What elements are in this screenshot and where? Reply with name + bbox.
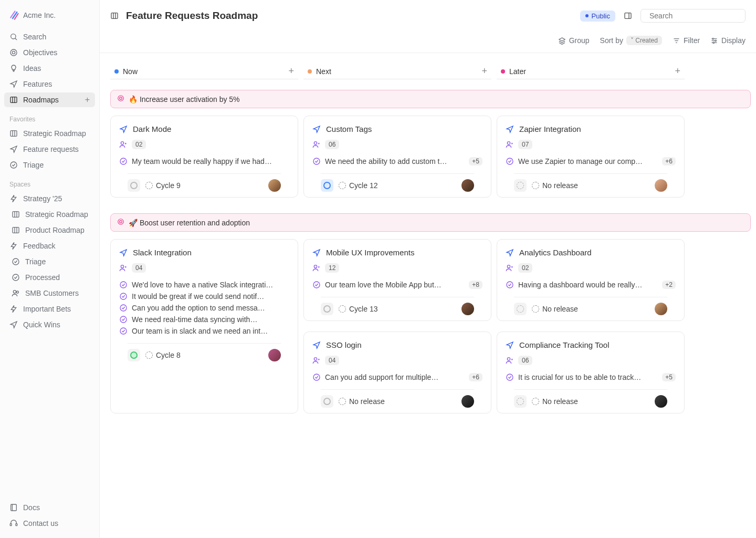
add-card-later[interactable]: + xyxy=(675,66,680,77)
space-strategy25[interactable]: Strategy '25 xyxy=(4,191,95,206)
fav-triage[interactable]: Triage xyxy=(4,158,95,172)
cycle-label[interactable]: No release xyxy=(532,397,578,406)
add-card-next[interactable]: + xyxy=(481,66,487,77)
card-sso[interactable]: SSO login 04 Can you add support for mul… xyxy=(303,332,491,413)
space-wins[interactable]: Quick Wins xyxy=(4,317,95,332)
add-card-now[interactable]: + xyxy=(288,66,294,77)
assignee-avatar[interactable] xyxy=(655,303,667,315)
fav-requests[interactable]: Feature requests xyxy=(4,142,95,157)
display-button[interactable]: Display xyxy=(710,36,746,45)
svg-point-2 xyxy=(10,49,17,56)
nav-roadmaps[interactable]: Roadmaps + xyxy=(4,92,95,107)
search-input[interactable] xyxy=(649,12,741,20)
nav-ideas[interactable]: Ideas xyxy=(4,61,95,76)
more-badge[interactable]: +5 xyxy=(662,373,676,381)
more-badge[interactable]: +6 xyxy=(469,373,482,381)
nav-ideas-label: Ideas xyxy=(23,64,41,73)
card-title: Mobile UX Improvements xyxy=(326,248,414,257)
check-icon xyxy=(119,281,128,289)
assignee-avatar[interactable] xyxy=(461,395,474,408)
space-triage[interactable]: Triage xyxy=(4,254,95,269)
feature-icon xyxy=(312,125,321,133)
svg-point-56 xyxy=(120,328,127,334)
page-title: Feature Requests Roadmap xyxy=(126,10,258,22)
cycle-label[interactable]: No release xyxy=(532,305,578,313)
status-indicator[interactable] xyxy=(128,179,140,192)
more-badge[interactable]: +2 xyxy=(662,281,676,289)
space-feedback[interactable]: Feedback xyxy=(4,239,95,253)
swimlane-retention[interactable]: 🚀 Boost user retention and adoption xyxy=(110,213,751,232)
public-badge[interactable]: Public xyxy=(580,11,615,22)
card-compliance[interactable]: Compliance Tracking Tool 06 It is crucia… xyxy=(497,332,685,413)
space-product-roadmap[interactable]: Product Roadmap xyxy=(4,223,95,237)
more-badge[interactable]: +8 xyxy=(469,281,482,289)
more-badge[interactable]: +5 xyxy=(469,157,482,165)
status-indicator[interactable] xyxy=(514,303,527,315)
check-icon xyxy=(9,161,18,169)
svg-point-50 xyxy=(120,221,122,223)
nav-search[interactable]: Search xyxy=(4,29,95,44)
status-indicator[interactable] xyxy=(514,179,527,192)
brand[interactable]: Acme Inc. xyxy=(4,6,95,29)
request-text: It is crucial for us to be able to track… xyxy=(518,373,658,381)
status-indicator[interactable] xyxy=(321,395,333,408)
space-strategic-label: Strategic Roadmap xyxy=(25,210,88,219)
nav-features[interactable]: Features xyxy=(4,77,95,91)
card-dark-mode[interactable]: Dark Mode 02 My team would be really hap… xyxy=(110,116,298,198)
svg-point-63 xyxy=(507,358,510,360)
topbar: Feature Requests Roadmap Public xyxy=(100,0,756,32)
space-processed[interactable]: Processed xyxy=(4,270,95,285)
dot-icon xyxy=(114,69,119,74)
card-analytics[interactable]: Analytics Dashboard 02 Having a dashboar… xyxy=(497,239,685,321)
count-badge: 04 xyxy=(325,356,339,365)
nav-objectives[interactable]: Objectives xyxy=(4,45,95,60)
panel-toggle-button[interactable] xyxy=(621,8,635,23)
status-indicator[interactable] xyxy=(321,303,333,315)
cycle-label[interactable]: Cycle 8 xyxy=(145,351,181,359)
filter-icon xyxy=(673,37,680,45)
nav-contact[interactable]: Contact us xyxy=(4,516,95,531)
swimlane-activation[interactable]: 🔥 Increase user activation by 5% xyxy=(110,90,751,108)
status-indicator[interactable] xyxy=(514,395,527,408)
nav-roadmaps-label: Roadmaps xyxy=(23,96,59,104)
request-text: We'd love to have a native Slack integra… xyxy=(132,281,289,289)
cycle-label[interactable]: No release xyxy=(532,181,578,190)
group-button[interactable]: Group xyxy=(558,36,590,45)
status-indicator[interactable] xyxy=(128,349,140,361)
users-icon xyxy=(12,289,20,297)
assignee-avatar[interactable] xyxy=(655,179,667,192)
assignee-avatar[interactable] xyxy=(655,395,667,408)
status-indicator[interactable] xyxy=(321,179,333,192)
card-custom-tags[interactable]: Custom Tags 06 We need the ability to ad… xyxy=(303,116,491,198)
card-slack[interactable]: Slack Integration 04 We'd love to have a… xyxy=(110,239,298,413)
svg-point-64 xyxy=(507,374,513,380)
request-item: Having a dashboard would be really…+2 xyxy=(506,279,676,291)
assignee-avatar[interactable] xyxy=(461,179,474,192)
space-smb[interactable]: SMB Customers xyxy=(4,286,95,301)
sort-chip[interactable]: ˅ Created xyxy=(626,36,662,45)
card-zapier[interactable]: Zapier Integration 07 We use Zapier to m… xyxy=(497,116,685,198)
add-roadmap-icon[interactable]: + xyxy=(85,96,90,104)
nav-docs[interactable]: Docs xyxy=(4,500,95,515)
svg-point-60 xyxy=(313,374,320,380)
fav-strategic[interactable]: Strategic Roadmap xyxy=(4,126,95,141)
book-icon xyxy=(9,503,18,512)
more-badge[interactable]: +6 xyxy=(662,157,676,165)
assignee-avatar[interactable] xyxy=(268,349,281,361)
card-mobile[interactable]: Mobile UX Improvements 12 Our team love … xyxy=(303,239,491,321)
request-text: We need the ability to add custom t… xyxy=(325,157,465,165)
assignee-avatar[interactable] xyxy=(461,303,474,315)
filter-button[interactable]: Filter xyxy=(673,36,700,45)
assignee-avatar[interactable] xyxy=(268,179,281,192)
space-strategic-roadmap[interactable]: Strategic Roadmap xyxy=(4,207,95,222)
svg-point-10 xyxy=(10,162,17,168)
svg-rect-24 xyxy=(16,524,17,526)
search-box[interactable] xyxy=(640,9,746,23)
cycle-label[interactable]: No release xyxy=(339,397,385,406)
sort-button[interactable]: Sort by ˅ Created xyxy=(600,36,662,45)
cycle-label[interactable]: Cycle 12 xyxy=(339,181,377,190)
send-icon xyxy=(9,80,18,88)
cycle-label[interactable]: Cycle 9 xyxy=(145,181,181,190)
space-bets[interactable]: Important Bets xyxy=(4,302,95,316)
cycle-label[interactable]: Cycle 13 xyxy=(339,305,377,313)
